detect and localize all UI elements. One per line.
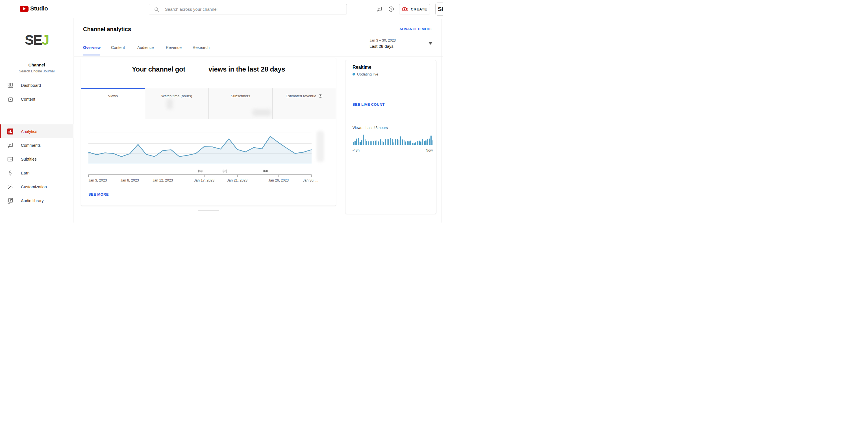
realtime-bar (363, 135, 364, 145)
realtime-bar (383, 142, 384, 145)
views-chart[interactable] (88, 122, 312, 164)
youtube-logo-icon[interactable] (20, 6, 29, 12)
sidebar: SEJ Channel Search Engine Journal Dashbo… (0, 18, 73, 223)
top-bar: Studio CREATE SE (0, 0, 443, 18)
clock-icon (318, 94, 322, 98)
redacted-value-blur (252, 109, 271, 116)
realtime-bar-chart[interactable] (353, 132, 433, 145)
sidebar-item-comments[interactable]: Comments (0, 138, 73, 152)
redacted-value-blur (167, 99, 173, 109)
search-input[interactable] (165, 4, 343, 14)
tab-content[interactable]: Content (111, 45, 125, 50)
x-axis-label: Jan 21, 2023 (227, 178, 247, 182)
feedback-icon[interactable] (376, 6, 382, 12)
realtime-bar (371, 141, 373, 145)
realtime-title: Realtime (352, 65, 371, 70)
tab-research[interactable]: Research (193, 45, 210, 50)
content-icon (7, 96, 13, 103)
sidebar-item-audio-library[interactable]: Audio library (0, 194, 73, 207)
realtime-bar (360, 142, 361, 145)
comments-icon (7, 142, 13, 148)
realtime-bar (368, 141, 369, 145)
realtime-bar (358, 138, 359, 145)
realtime-bar (410, 141, 411, 145)
key-metrics-card: Your channel gotviews in the last 28 day… (81, 58, 336, 206)
audio-library-icon (7, 198, 13, 204)
advanced-mode-link[interactable]: ADVANCED MODE (399, 27, 433, 31)
realtime-bar (395, 139, 396, 145)
divider (345, 115, 436, 115)
realtime-bar (400, 136, 401, 145)
redacted-axis-labels-blur (317, 131, 324, 162)
help-icon[interactable] (388, 6, 394, 12)
see-more-link[interactable]: SEE MORE (88, 192, 109, 197)
realtime-bar (420, 141, 422, 145)
realtime-bar (361, 140, 362, 145)
live-stream-icon (263, 168, 268, 174)
earn-icon (7, 170, 13, 176)
metric-tab-views[interactable]: Views (81, 88, 145, 119)
sidebar-item-subtitles[interactable]: Subtitles (0, 152, 73, 166)
youtube-studio-app: Studio CREATE SE (0, 0, 443, 223)
date-range-text: Jan 3 – 30, 2023 (369, 38, 396, 42)
date-range-picker[interactable]: Jan 3 – 30, 2023 Last 28 days (369, 36, 434, 51)
sidebar-item-dashboard[interactable]: Dashboard (0, 78, 73, 92)
x-axis-label: Jan 12, 2023 (153, 178, 173, 182)
realtime-views-label: Views · Last 48 hours (352, 125, 388, 130)
channel-name: Search Engine Journal (0, 69, 73, 73)
realtime-bar (376, 140, 378, 145)
metric-tab-estimated-revenue[interactable]: Estimated revenue (272, 88, 336, 119)
sidebar-item-earn[interactable]: Earn (0, 166, 73, 180)
realtime-bar (392, 139, 393, 145)
realtime-bar (370, 141, 371, 145)
create-button[interactable]: CREATE (399, 4, 430, 14)
realtime-bar (380, 139, 381, 145)
analytics-icon (7, 128, 13, 135)
create-label: CREATE (411, 7, 427, 11)
chart-baseline (88, 164, 312, 164)
realtime-bar (405, 141, 406, 145)
tab-overview[interactable]: Overview (83, 45, 100, 50)
dashboard-icon (7, 82, 13, 88)
analytics-header: Channel analytics ADVANCED MODE Overview… (74, 18, 443, 57)
sidebar-item-analytics[interactable]: Analytics (0, 124, 73, 138)
updating-live-row: Updating live (352, 72, 378, 76)
realtime-bar (408, 141, 409, 145)
realtime-axis-end: Now (426, 148, 433, 152)
realtime-bar (373, 141, 374, 145)
realtime-bar (407, 141, 408, 145)
active-tab-underline (83, 55, 100, 55)
tab-audience[interactable]: Audience (137, 45, 154, 50)
realtime-bar (353, 142, 354, 145)
realtime-bar (425, 140, 427, 145)
live-stream-icon (197, 168, 203, 174)
customization-icon (7, 184, 13, 190)
studio-wordmark[interactable]: Studio (30, 5, 48, 12)
account-avatar[interactable]: SE (435, 3, 443, 16)
realtime-bar (378, 141, 379, 145)
realtime-bar (354, 141, 355, 145)
realtime-bar (356, 139, 357, 145)
views-headline: Your channel gotviews in the last 28 day… (81, 65, 336, 73)
chevron-down-icon (429, 42, 432, 45)
realtime-bar (432, 140, 433, 145)
realtime-bar (412, 143, 413, 145)
realtime-bar (365, 139, 366, 145)
metric-tab-watch-time[interactable]: Watch time (hours) (145, 88, 209, 119)
sidebar-item-customization[interactable]: Customization (0, 180, 73, 194)
realtime-bar (387, 139, 388, 145)
realtime-bar (402, 139, 403, 145)
x-axis-label: Jan 26, 2023 (268, 178, 289, 182)
realtime-bar (389, 139, 390, 145)
create-video-icon (402, 6, 409, 13)
realtime-bar (415, 142, 416, 145)
views-line-chart-svg (88, 122, 312, 164)
metric-tab-subscribers[interactable]: Subscribers (209, 88, 272, 119)
date-preset-text: Last 28 days (369, 44, 394, 49)
realtime-bar (399, 140, 400, 145)
sidebar-item-content[interactable]: Content (0, 92, 73, 106)
tab-revenue[interactable]: Revenue (166, 45, 182, 50)
hamburger-menu-icon[interactable] (7, 7, 12, 11)
scrollbar-track[interactable] (441, 19, 441, 223)
see-live-count-link[interactable]: SEE LIVE COUNT (352, 103, 385, 107)
